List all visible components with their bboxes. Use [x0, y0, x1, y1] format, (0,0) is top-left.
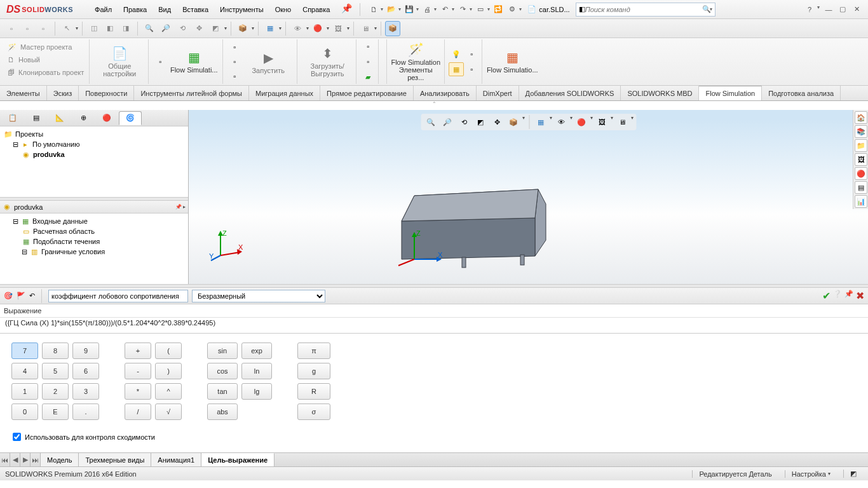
options-icon[interactable]: ⚙	[506, 4, 518, 15]
tab-addins[interactable]: Добавления SOLIDWORKS	[519, 86, 621, 100]
viewport-icon[interactable]: 🖥	[358, 21, 373, 36]
menu-help[interactable]: Справка	[297, 3, 335, 16]
key-9[interactable]: 9	[72, 342, 99, 359]
rb-sm-f[interactable]: ▰	[360, 70, 376, 84]
hud-prev[interactable]: ⟲	[456, 115, 471, 129]
current-file[interactable]: 📄 car.SLD...	[524, 3, 573, 15]
key-cos[interactable]: cos	[207, 363, 238, 379]
key-tan[interactable]: tan	[207, 383, 238, 400]
expression-text[interactable]: ({ГЦ Сила (X) 1}*sin(155*(π/180)))/(0.5*…	[0, 317, 868, 333]
key-1[interactable]: 1	[11, 383, 38, 400]
graphics-viewport[interactable]: 🔍 🔎 ⟲ ◩ ✥ 📦▾ ▦▾ 👁▾ 🔴▾ 🖼▾ 🖥▾	[189, 110, 868, 284]
fm-tab-4[interactable]: ⊕	[72, 111, 95, 125]
maximize-icon[interactable]: ▢	[837, 4, 848, 15]
rail-lib-icon[interactable]: 📚	[855, 125, 867, 138]
fm-tab-5[interactable]: 🔴	[95, 111, 118, 125]
hud-section[interactable]: ◩	[473, 115, 488, 129]
tb-ico-3[interactable]: ▫	[36, 21, 51, 36]
tab-nav-next[interactable]: ▶	[20, 453, 31, 466]
key-sin[interactable]: sin	[207, 342, 238, 359]
new-project-button[interactable]: 🗋Новый	[5, 53, 86, 66]
key-sigma[interactable]: σ	[297, 403, 330, 420]
help-icon[interactable]: ?	[804, 4, 815, 15]
display-style-icon[interactable]: ▦	[262, 21, 278, 36]
menu-file[interactable]: Файл	[90, 3, 117, 16]
key-E[interactable]: E	[42, 403, 69, 420]
fm-tab-3[interactable]: 📐	[48, 111, 71, 125]
key-3[interactable]: 3	[72, 383, 99, 400]
rail-appear-icon[interactable]: 🔴	[855, 167, 867, 180]
hud-zoom-fit[interactable]: 🔍	[423, 115, 438, 129]
key-7[interactable]: 7	[11, 342, 38, 359]
menu-view[interactable]: Вид	[153, 3, 176, 16]
fm-tab-6[interactable]: 🌀	[119, 111, 142, 125]
help2-icon[interactable]: ❔	[833, 290, 842, 302]
cancel-icon[interactable]: ✖	[856, 290, 864, 302]
tb-ico-c[interactable]: ◨	[118, 21, 133, 36]
rail-view-icon[interactable]: 🖼	[855, 153, 867, 166]
appearance-icon[interactable]: 🔴	[310, 21, 325, 36]
key-abs[interactable]: abs	[207, 403, 238, 420]
tree-study[interactable]: ◉produvka	[4, 149, 184, 159]
tab-migration[interactable]: Миграция данных	[249, 86, 320, 100]
key-6[interactable]: 6	[72, 363, 99, 379]
rail-file-icon[interactable]: 📁	[855, 139, 867, 152]
rb-sm-i[interactable]: ▫	[464, 47, 479, 61]
btab-3dviews[interactable]: Трехмерные виды	[79, 453, 151, 466]
tab-sketch[interactable]: Эскиз	[47, 86, 79, 100]
btab-animation[interactable]: Анимация1	[151, 453, 201, 466]
hud-scene[interactable]: 🖼	[594, 115, 609, 129]
perspective-icon[interactable]: 📦	[385, 21, 400, 36]
minimize-icon[interactable]: —	[824, 4, 834, 15]
key-5[interactable]: 5	[42, 363, 69, 379]
key-minus[interactable]: -	[125, 363, 151, 379]
tb-ico-a[interactable]: ◫	[86, 21, 102, 36]
goal-unit-select[interactable]: Безразмерный	[192, 290, 325, 302]
wizard-button[interactable]: 🪄Мастер проекта	[5, 41, 86, 53]
key-4[interactable]: 4	[11, 363, 38, 379]
rail-flow-icon[interactable]: 📊	[855, 195, 867, 208]
arrow-icon[interactable]: ↖	[59, 21, 74, 36]
tab-direct-edit[interactable]: Прямое редактирование	[320, 86, 414, 100]
key-exp[interactable]: exp	[241, 342, 272, 359]
key-g[interactable]: g	[297, 363, 330, 379]
tb-ico-2[interactable]: ▫	[20, 21, 35, 36]
tab-mbd[interactable]: SOLIDWORKS MBD	[621, 86, 699, 100]
fm-tab-1[interactable]: 📋	[1, 111, 24, 125]
tab-mold[interactable]: Инструменты литейной формы	[134, 86, 249, 100]
scene-icon[interactable]: 🖼	[330, 21, 346, 36]
tab-surfaces[interactable]: Поверхности	[79, 86, 134, 100]
close-icon[interactable]: ✕	[851, 4, 862, 15]
orient-icon[interactable]: 📦	[235, 21, 250, 36]
menu-window[interactable]: Окно	[270, 3, 297, 16]
key-ln[interactable]: ln	[241, 363, 272, 379]
key-mul[interactable]: *	[125, 383, 151, 400]
tree-default[interactable]: ⊟▸По умолчанию	[4, 139, 184, 149]
hide-show-icon[interactable]: 👁	[290, 21, 305, 36]
btab-model[interactable]: Модель	[41, 453, 79, 466]
key-pow[interactable]: ^	[155, 383, 182, 400]
rb-sm-b[interactable]: ▫	[227, 55, 242, 69]
hud-hide[interactable]: 👁	[553, 115, 569, 129]
tree-subdomain[interactable]: ▦Подобласти течения	[4, 236, 184, 247]
tree-projects[interactable]: 📁Проекты	[4, 129, 184, 139]
key-div[interactable]: /	[125, 403, 151, 420]
rb-sm-c[interactable]: ▫	[227, 69, 242, 83]
section-icon[interactable]: ◩	[208, 21, 223, 36]
key-dot[interactable]: .	[72, 403, 99, 420]
rb-small-1[interactable]: ▫	[153, 55, 168, 69]
pin-icon[interactable]: 📌	[336, 3, 357, 16]
hud-screen[interactable]: 🖥	[614, 115, 630, 129]
key-pi[interactable]: π	[297, 342, 330, 359]
convergence-checkbox[interactable]	[13, 433, 21, 441]
tree-input[interactable]: ⊟▦Входные данные	[4, 216, 184, 226]
key-R[interactable]: R	[297, 383, 330, 400]
tb-ico-1[interactable]: ▫	[4, 21, 19, 36]
save-icon[interactable]: 💾	[403, 4, 415, 15]
key-rparen[interactable]: )	[155, 363, 182, 379]
goal-ico-2[interactable]: 🚩	[17, 292, 25, 300]
tab-analysis-prep[interactable]: Подготовка анализа	[762, 86, 841, 100]
select-icon[interactable]: ▭	[475, 4, 486, 15]
tab-nav-prev[interactable]: ◀	[10, 453, 20, 466]
new-icon[interactable]: 🗋	[368, 4, 379, 15]
